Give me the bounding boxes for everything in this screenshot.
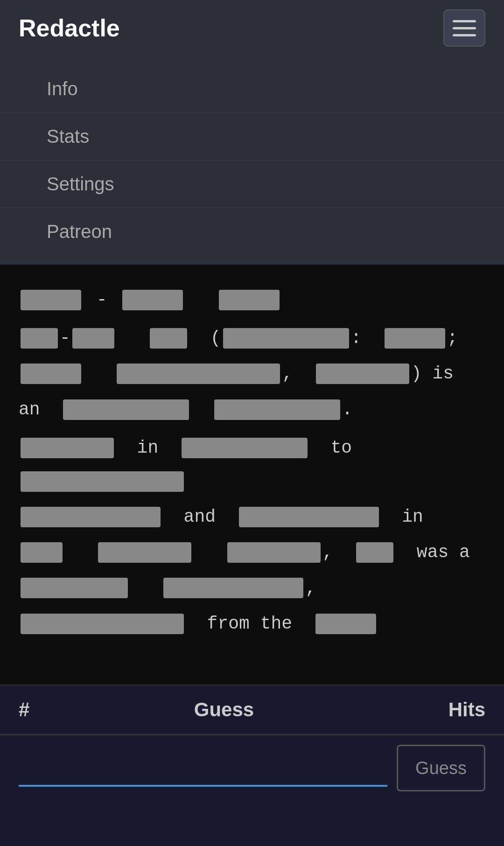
redacted-block: [227, 542, 321, 563]
app-title: Redactle: [19, 14, 120, 42]
guess-button[interactable]: Guess: [397, 745, 485, 791]
hamburger-line-1: [453, 20, 476, 22]
menu-item-settings[interactable]: Settings: [0, 161, 504, 208]
redacted-block: [98, 542, 191, 563]
redacted-block: [21, 471, 184, 492]
redacted-block: [63, 399, 189, 420]
redacted-block: [219, 290, 280, 310]
col-hits: Hits: [392, 699, 485, 721]
redacted-block: [163, 578, 303, 598]
guess-input[interactable]: [19, 749, 387, 787]
navbar: Redactle: [0, 0, 504, 56]
redacted-block: [21, 328, 58, 349]
redacted-block: [21, 507, 161, 527]
redacted-block: [21, 578, 128, 598]
article-text: - - (: ; , ) is an .: [19, 283, 485, 641]
dropdown-menu: Info Stats Settings Patreon: [0, 56, 504, 265]
redacted-block: [21, 438, 114, 458]
article-area: - - (: ; , ) is an .: [0, 265, 504, 685]
menu-button[interactable]: [443, 9, 485, 47]
redacted-block: [72, 328, 114, 349]
redacted-block: [356, 542, 393, 563]
input-area: Guess: [0, 735, 504, 801]
redacted-block: [150, 328, 187, 349]
menu-item-stats[interactable]: Stats: [0, 113, 504, 161]
redacted-block: [21, 614, 184, 634]
col-guess: Guess: [56, 699, 392, 721]
redacted-block: [21, 364, 81, 384]
redacted-block: [239, 507, 379, 527]
redacted-block: [21, 290, 81, 310]
hamburger-line-2: [453, 27, 476, 29]
hamburger-line-3: [453, 34, 476, 36]
redacted-block: [214, 399, 340, 420]
col-number: #: [19, 699, 56, 721]
redacted-block: [316, 364, 409, 384]
redacted-block: [182, 438, 308, 458]
menu-item-patreon[interactable]: Patreon: [0, 208, 504, 255]
redacted-block: [385, 328, 445, 349]
redacted-block: [315, 614, 376, 634]
redacted-block: [223, 328, 349, 349]
table-header: # Guess Hits: [0, 685, 504, 735]
redacted-block: [122, 290, 183, 310]
redacted-block: [21, 542, 63, 563]
redacted-block: [117, 364, 280, 384]
menu-item-info[interactable]: Info: [0, 65, 504, 113]
